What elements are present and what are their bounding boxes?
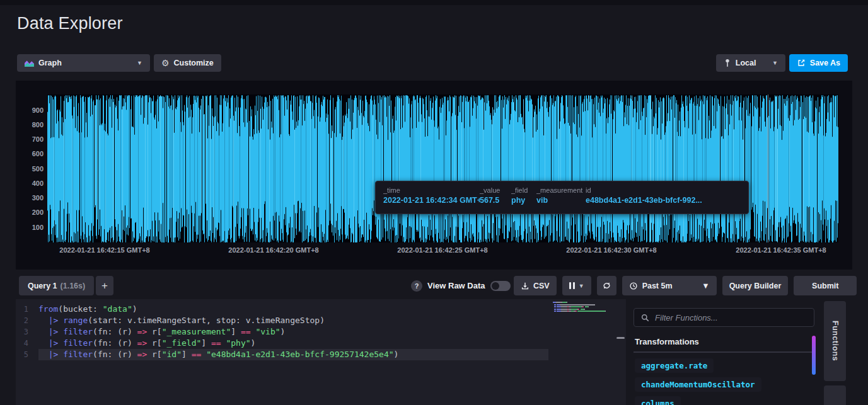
toggle-knob	[492, 282, 499, 290]
flux-script-editor[interactable]: 1from(bucket: "data")2 |> range(start: v…	[16, 299, 626, 405]
tooltip-column-label: id	[586, 186, 737, 194]
chevron-down-icon: ▼	[137, 60, 142, 66]
y-tick-label: 400	[18, 180, 43, 187]
view-raw-data-label: View Raw Data	[427, 281, 485, 290]
line-number: 2	[16, 315, 38, 326]
view-toolbar: Graph ▼ ⚙ Customize	[17, 54, 221, 72]
function-pill[interactable]: aggregate.rate	[635, 358, 714, 373]
pause-dropdown-button[interactable]: ▼	[562, 276, 591, 295]
minimap-line	[553, 302, 618, 303]
x-tick-label: 2022-01-21 16:42:35 GMT+8	[712, 246, 850, 254]
query-tab[interactable]: Query 1 (1.16s)	[19, 276, 94, 295]
hover-tooltip: _time2022-01-21 16:42:34 GMT+8_value567.…	[375, 181, 749, 214]
tooltip-column-label: _time	[383, 186, 480, 194]
pause-icon	[569, 282, 575, 289]
tooltip-column-value: 567.5	[480, 196, 511, 205]
refresh-button[interactable]	[597, 276, 616, 295]
tooltip-column: _value567.5	[480, 186, 511, 214]
functions-panel: Transformations aggregate.ratechandeMome…	[634, 299, 819, 405]
functions-list: aggregate.ratechandeMomentumOscillatorco…	[635, 358, 811, 405]
customize-button[interactable]: ⚙ Customize	[154, 54, 221, 72]
x-tick-label: 2022-01-21 16:42:20 GMT+8	[204, 246, 343, 254]
x-tick-label: 2022-01-21 16:42:30 GMT+8	[542, 246, 681, 254]
tooltip-column-value: vib	[536, 196, 586, 205]
panel-resize-handle[interactable]	[616, 337, 625, 339]
tooltip-column-label: _field	[511, 186, 536, 194]
minimap-line	[553, 311, 618, 312]
page-title: Data Explorer	[17, 14, 123, 33]
visualization-type-dropdown[interactable]: Graph ▼	[17, 54, 150, 72]
chevron-down-icon: ▼	[702, 282, 709, 290]
code-area: 1from(bucket: "data")2 |> range(start: v…	[16, 304, 626, 360]
gear-icon: ⚙	[161, 58, 170, 68]
y-tick-label: 700	[18, 135, 43, 143]
top-strip	[0, 0, 868, 5]
functions-vertical-tab[interactable]: Functions	[824, 301, 846, 381]
y-tick-label: 800	[18, 121, 43, 128]
download-csv-button[interactable]: CSV	[514, 276, 557, 295]
tooltip-column-value: e48bd4a1-e2d1-43eb-bfcf-992...	[586, 196, 737, 205]
graph-panel: 100200300400500600700800900 2022-01-21 1…	[16, 81, 852, 270]
data-explorer-page: Data Explorer Graph ▼ ⚙ Customize	[0, 0, 868, 405]
clock-icon	[629, 282, 638, 290]
code-line[interactable]: 4 |> filter(fn: (r) => r["_field"] == "p…	[16, 338, 626, 349]
save-toolbar: Local ▼ Save As	[716, 54, 848, 72]
query-actions: CSV ▼	[514, 276, 857, 295]
code-line[interactable]: 5 |> filter(fn: (r) => r["id"] == "e48bd…	[16, 349, 626, 360]
help-icon[interactable]: ?	[411, 280, 422, 292]
x-tick-label: 2022-01-21 16:42:15 GMT+8	[35, 246, 174, 254]
export-icon	[797, 59, 806, 67]
y-tick-label: 200	[18, 208, 43, 216]
minimap-line	[553, 309, 618, 310]
line-number: 4	[16, 338, 38, 349]
tooltip-column: _time2022-01-21 16:42:34 GMT+8	[383, 186, 480, 214]
save-as-button[interactable]: Save As	[789, 54, 848, 72]
pin-icon	[724, 59, 731, 67]
tooltip-column: _fieldphy	[511, 186, 536, 214]
chevron-down-icon: ▼	[772, 60, 778, 66]
download-icon	[521, 282, 529, 290]
submit-button[interactable]: Submit	[794, 276, 857, 295]
tooltip-column-label: _measurement	[536, 186, 586, 194]
code-line[interactable]: 1from(bucket: "data")	[16, 304, 626, 315]
query-bar: Query 1 (1.16s) + ? View Raw Data CSV	[0, 276, 868, 295]
time-series-plot[interactable]	[47, 94, 838, 242]
code-line[interactable]: 2 |> range(start: v.timeRangeStart, stop…	[16, 315, 626, 326]
local-label: Local	[736, 59, 756, 67]
y-tick-label: 100	[18, 224, 43, 231]
y-tick-label: 600	[18, 150, 43, 157]
view-raw-data-group: ? View Raw Data	[411, 276, 511, 295]
minimap-line	[553, 306, 618, 307]
chevron-down-icon: ▼	[579, 283, 584, 289]
filter-functions-input[interactable]	[655, 313, 807, 322]
refresh-icon	[602, 281, 611, 290]
tooltip-column-value: phy	[511, 196, 536, 205]
functions-scrollbar[interactable]	[812, 336, 816, 375]
line-number: 5	[16, 349, 38, 360]
transformations-header: Transformations	[634, 334, 814, 353]
query-builder-button[interactable]: Query Builder	[722, 276, 789, 295]
minimap-line	[553, 304, 618, 305]
tooltip-column: _measurementvib	[536, 186, 586, 214]
vertical-tab-stub[interactable]	[824, 385, 846, 405]
tooltip-column-value: 2022-01-21 16:42:34 GMT+8	[383, 196, 480, 205]
y-tick-label: 300	[18, 194, 43, 202]
editor-minimap[interactable]	[553, 302, 618, 313]
visualization-type-label: Graph	[38, 59, 62, 67]
local-dropdown[interactable]: Local ▼	[716, 54, 785, 72]
function-pill[interactable]: columns	[635, 396, 681, 405]
line-number: 1	[16, 304, 38, 315]
function-pill[interactable]: chandeMomentumOscillator	[635, 377, 761, 392]
tooltip-column: ide48bd4a1-e2d1-43eb-bfcf-992...	[586, 186, 737, 214]
add-query-button[interactable]: +	[96, 276, 113, 295]
x-tick-label: 2022-01-21 16:42:25 GMT+8	[373, 246, 512, 254]
view-raw-data-toggle[interactable]	[490, 281, 511, 291]
code-line[interactable]: 3 |> filter(fn: (r) => r["_measurement"]…	[16, 326, 626, 338]
waveform-canvas	[47, 94, 838, 242]
time-range-dropdown[interactable]: Past 5m ▼	[622, 276, 717, 295]
filter-functions-searchbox[interactable]	[634, 308, 814, 327]
y-tick-label: 900	[18, 106, 43, 114]
line-number: 3	[16, 326, 38, 338]
y-tick-label: 500	[18, 165, 43, 173]
tooltip-column-label: _value	[480, 186, 511, 194]
